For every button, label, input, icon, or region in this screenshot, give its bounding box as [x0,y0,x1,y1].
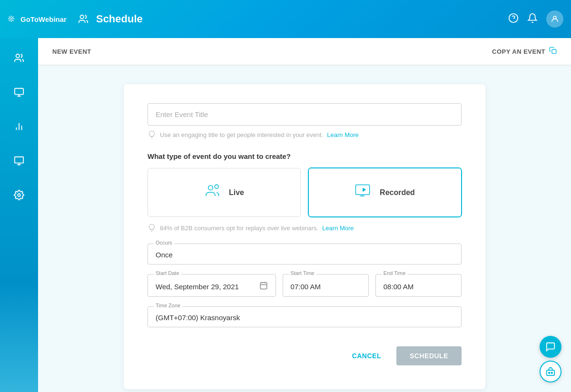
svg-point-15 [215,185,218,188]
event-type-learn-more-link[interactable]: Learn More [322,225,354,232]
bell-icon[interactable] [527,13,538,26]
timezone-value: (GMT+07:00) Krasnoyarsk [156,314,240,322]
logo-icon: ❊ [8,14,15,24]
datetime-row: Start Date Wed, September 29, 2021 Start… [148,274,462,297]
title-learn-more-link[interactable]: Learn More [327,131,358,138]
copy-event-button[interactable]: COPY AN EVENT [492,47,557,56]
end-time-value: 08:00 AM [384,283,413,291]
svg-rect-16 [356,185,370,195]
occurs-value: Once [156,251,173,259]
event-type-hint-text: 84% of B2B consumers opt for replays ove… [160,225,318,232]
brand-name: GoToWebinar [20,15,67,23]
event-type-recorded[interactable]: Recorded [308,168,462,217]
sidebar-item-monitor[interactable] [9,82,30,103]
timezone-field[interactable]: Time Zone (GMT+07:00) Krasnoyarsk [148,306,462,327]
content-area: NEW EVENT COPY AN EVENT Use an engaging … [38,38,571,392]
lightbulb-icon [148,130,156,139]
new-event-label: NEW EVENT [52,48,91,55]
svg-point-12 [18,194,20,196]
people-nav-icon [78,14,89,24]
copy-event-label: COPY AN EVENT [492,48,545,55]
main-layout: NEW EVENT COPY AN EVENT Use an engaging … [0,38,571,392]
live-icon [204,182,222,203]
brand-logo: ❊ GoToWebinar [8,14,67,24]
sidebar-item-settings[interactable] [9,185,30,206]
svg-rect-11 [15,157,23,163]
live-label: Live [229,188,244,197]
sidebar-item-slides[interactable] [9,150,30,171]
chat-widget [540,336,561,382]
lightbulb-icon-2 [148,224,156,232]
event-type-hint: 84% of B2B consumers opt for replays ove… [148,224,462,232]
sidebar-item-analytics[interactable] [9,116,30,137]
cancel-button[interactable]: CANCEL [345,347,389,364]
title-hint-text: Use an engaging title to get people inte… [160,131,323,138]
sidebar [0,38,38,392]
svg-rect-5 [15,88,23,95]
svg-point-14 [208,186,213,190]
form-container: Use an engaging title to get people inte… [124,84,485,389]
event-type-live[interactable]: Live [148,168,301,217]
end-time-field[interactable]: End Time 08:00 AM [375,274,462,297]
avatar[interactable] [546,10,563,28]
start-time-value: 07:00 AM [291,283,321,291]
action-row: CANCEL SCHEDULE [148,346,462,365]
svg-point-0 [80,15,84,19]
start-date-value: Wed, September 29, 2021 [156,283,239,291]
help-icon[interactable] [508,13,519,26]
occurs-field-group: Occurs Once [148,244,462,265]
svg-point-26 [551,372,552,373]
page-title: Schedule [96,13,143,25]
event-type-row: Live Recorded [148,168,462,217]
recorded-icon [355,184,373,201]
event-header: NEW EVENT COPY AN EVENT [38,38,571,65]
svg-point-25 [549,372,550,373]
svg-marker-17 [363,187,366,192]
copy-icon [549,47,557,56]
topbar-actions [508,10,563,28]
start-date-label: Start Date [154,270,181,276]
occurs-label: Occurs [154,240,174,245]
occurs-field[interactable]: Occurs Once [148,244,462,265]
chatbot-button[interactable] [540,361,561,382]
start-time-label: Start Time [289,270,316,276]
calendar-icon[interactable] [259,281,268,292]
end-time-label: End Time [382,270,407,276]
event-title-input[interactable] [148,103,462,126]
svg-rect-24 [547,370,555,375]
recorded-label: Recorded [380,188,415,197]
svg-point-4 [16,54,20,58]
topbar: ❊ GoToWebinar Schedule [0,0,571,38]
svg-rect-20 [260,283,267,289]
schedule-button[interactable]: SCHEDULE [396,346,462,365]
title-hint: Use an engaging title to get people inte… [148,130,462,139]
start-date-field[interactable]: Start Date Wed, September 29, 2021 [148,274,276,297]
svg-rect-13 [552,49,556,54]
chat-bubble-button[interactable] [540,336,561,358]
start-time-field[interactable]: Start Time 07:00 AM [283,274,369,297]
timezone-label: Time Zone [154,303,182,308]
event-type-question: What type of event do you want to create… [148,152,462,160]
sidebar-item-people[interactable] [9,48,30,69]
